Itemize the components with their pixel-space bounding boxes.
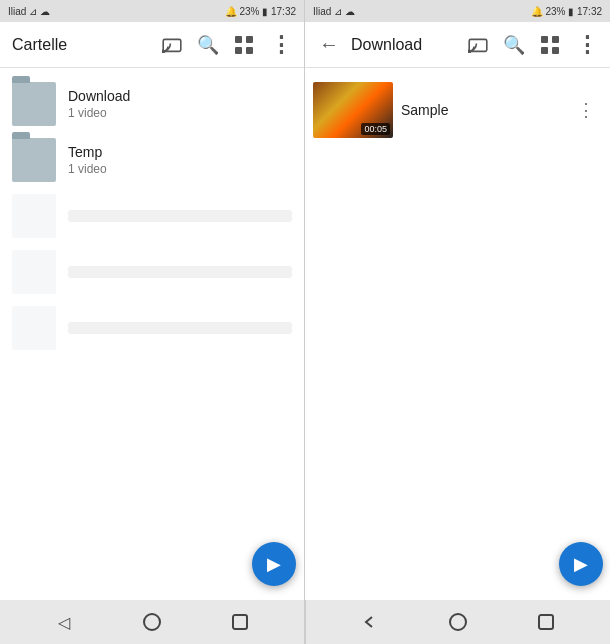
folder-download-icon: [12, 82, 56, 126]
left-toolbar: Cartelle 🔍 ⋮: [0, 22, 304, 68]
svg-rect-4: [235, 47, 242, 54]
svg-rect-13: [233, 615, 247, 629]
nav-bar: ◁: [0, 600, 610, 644]
recent-nav-right[interactable]: [530, 606, 562, 638]
status-info-left: 🔔 23% ▮ 17:32: [225, 6, 296, 17]
more-icon-right[interactable]: ⋮: [570, 29, 602, 61]
right-content: 00:05 Sample ⋮: [305, 68, 610, 600]
grid-icon-right[interactable]: [534, 29, 566, 61]
nav-left: ◁: [0, 600, 305, 644]
play-button-left-float[interactable]: ▶: [252, 542, 296, 586]
right-panel-title: Download: [349, 36, 458, 54]
right-toolbar: ← Download 🔍 ⋮: [305, 22, 610, 68]
folder-download-name: Download: [68, 88, 292, 104]
ghost-row-3: [0, 300, 304, 356]
search-icon-right[interactable]: 🔍: [498, 29, 530, 61]
svg-rect-2: [235, 36, 242, 43]
folder-download-meta: 1 video: [68, 106, 292, 120]
video-more-button[interactable]: ⋮: [570, 94, 602, 126]
nav-right: [305, 600, 610, 644]
back-nav-right[interactable]: [354, 606, 386, 638]
svg-rect-9: [552, 36, 559, 43]
svg-rect-3: [246, 36, 253, 43]
folder-temp[interactable]: Temp 1 video: [0, 132, 304, 188]
svg-rect-11: [552, 47, 559, 54]
folder-temp-icon: [12, 138, 56, 182]
cast-icon-right[interactable]: [462, 29, 494, 61]
video-thumbnail-sample: 00:05: [313, 82, 393, 138]
carrier-right: Iliad ⊿ ☁: [313, 6, 355, 17]
play-button-right-float[interactable]: ▶: [559, 542, 603, 586]
carrier-left: Iliad ⊿ ☁: [8, 6, 50, 17]
video-item-sample[interactable]: 00:05 Sample ⋮: [305, 76, 610, 144]
svg-point-1: [162, 50, 164, 52]
home-nav-right[interactable]: [442, 606, 474, 638]
recent-nav-left[interactable]: [224, 606, 256, 638]
svg-rect-10: [541, 47, 548, 54]
svg-rect-8: [541, 36, 548, 43]
search-icon-left[interactable]: 🔍: [192, 29, 224, 61]
ghost-row-2: [0, 244, 304, 300]
back-nav-left[interactable]: ◁: [48, 606, 80, 638]
ghost-row-1: [0, 188, 304, 244]
folder-download[interactable]: Download 1 video: [0, 76, 304, 132]
cast-icon-left[interactable]: [156, 29, 188, 61]
back-button[interactable]: ←: [313, 29, 345, 61]
video-duration: 00:05: [361, 123, 390, 135]
folder-temp-meta: 1 video: [68, 162, 292, 176]
left-content: Download 1 video Temp 1 video: [0, 68, 304, 600]
svg-point-7: [468, 50, 470, 52]
home-nav-left[interactable]: [136, 606, 168, 638]
svg-point-14: [450, 614, 466, 630]
grid-icon-left[interactable]: [228, 29, 260, 61]
svg-rect-5: [246, 47, 253, 54]
more-icon-left[interactable]: ⋮: [264, 29, 296, 61]
folder-temp-name: Temp: [68, 144, 292, 160]
svg-rect-15: [539, 615, 553, 629]
left-panel-title: Cartelle: [8, 36, 152, 54]
video-name-sample: Sample: [401, 102, 562, 118]
svg-point-12: [144, 614, 160, 630]
status-info-right: 🔔 23% ▮ 17:32: [531, 6, 602, 17]
